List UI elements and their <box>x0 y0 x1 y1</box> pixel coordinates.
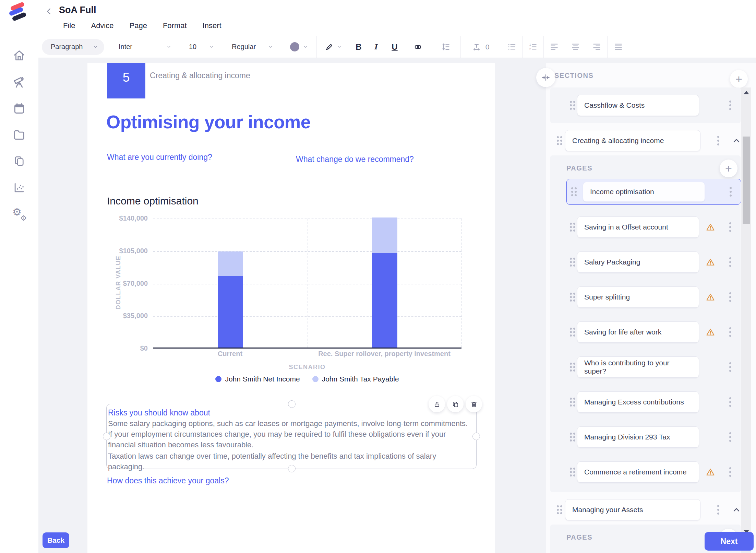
section-row-expanded[interactable]: Creating & allocating income <box>550 128 741 153</box>
page-row[interactable]: Salary Packaging <box>550 251 741 273</box>
add-page-button[interactable]: + <box>720 160 737 177</box>
kebab-menu-icon[interactable] <box>726 255 734 270</box>
drag-handle[interactable] <box>557 505 562 514</box>
drag-handle[interactable] <box>570 258 575 267</box>
kebab-menu-icon[interactable] <box>726 395 734 410</box>
drag-handle[interactable] <box>570 433 575 442</box>
title-input[interactable]: Commence a retirement income <box>577 461 699 483</box>
menu-item-format[interactable]: Format <box>163 21 187 30</box>
kebab-menu-icon[interactable] <box>726 290 734 305</box>
font-family-select[interactable]: Inter <box>109 36 179 58</box>
kebab-menu-icon[interactable] <box>727 184 735 199</box>
menu-item-page[interactable]: Page <box>130 21 147 30</box>
kebab-menu-icon[interactable] <box>726 98 734 113</box>
kebab-menu-icon[interactable] <box>726 360 734 375</box>
bold-button[interactable]: B <box>350 36 368 58</box>
kebab-menu-icon[interactable] <box>726 464 734 480</box>
collapse-section-icon[interactable] <box>732 136 741 145</box>
kebab-menu-icon[interactable] <box>714 133 722 148</box>
page-row[interactable]: Super splitting <box>550 286 741 308</box>
drag-handle[interactable] <box>570 223 575 232</box>
title-input[interactable]: Managing Excess contributions <box>577 391 699 413</box>
align-center-button[interactable] <box>565 36 586 58</box>
link-what-change-recommend[interactable]: What change do we recommend? <box>296 155 414 164</box>
title-input[interactable]: Who is contributing to your super? <box>577 356 699 378</box>
numbered-list-button[interactable]: 12 <box>523 36 544 58</box>
title-input[interactable]: Managing your Assets <box>565 499 700 520</box>
lock-button[interactable] <box>429 396 445 412</box>
link-achieve-goals[interactable]: How does this achieve your goals? <box>107 476 229 485</box>
title-input[interactable]: Managing Division 293 Tax <box>577 426 699 448</box>
font-size-select[interactable]: 10 <box>179 36 222 58</box>
page-row[interactable]: Commence a retirement income <box>550 461 741 483</box>
title-input[interactable]: Casshflow & Costs <box>577 95 699 116</box>
page-row[interactable]: Managing Division 293 Tax <box>550 426 741 448</box>
italic-button[interactable]: I <box>368 36 385 58</box>
link-what-currently-doing[interactable]: What are you currently doing? <box>107 153 212 162</box>
rail-item-folder[interactable] <box>12 127 27 142</box>
section-row-expanded[interactable]: Managing your Assets <box>550 497 741 522</box>
menu-item-advice[interactable]: Advice <box>91 21 113 30</box>
page-row-selected[interactable]: Income optimisation <box>566 179 741 205</box>
kebab-menu-icon[interactable] <box>714 502 722 517</box>
drag-handle[interactable] <box>570 101 575 110</box>
highlight-select[interactable] <box>317 36 350 58</box>
next-button[interactable]: Next <box>705 532 754 551</box>
panel-scrollbar[interactable] <box>741 87 751 553</box>
drag-handle[interactable] <box>570 468 575 476</box>
align-right-button[interactable] <box>586 36 608 58</box>
title-input[interactable]: Saving for life after work <box>577 321 699 343</box>
page-row[interactable]: Managing Excess contributions <box>550 391 741 413</box>
justify-button[interactable] <box>608 36 629 58</box>
kebab-menu-icon[interactable] <box>726 220 734 235</box>
scrollbar-thumb[interactable] <box>743 137 750 224</box>
drag-handle[interactable] <box>570 398 575 407</box>
risks-text-block[interactable]: Risks you should know about Some salary … <box>106 404 477 469</box>
title-input[interactable]: Salary Packaging <box>577 251 699 273</box>
paragraph-style-select[interactable]: Paragraph <box>38 36 109 58</box>
resize-handle-top[interactable] <box>288 400 296 408</box>
menu-item-insert[interactable]: Insert <box>203 21 221 30</box>
page-row[interactable]: Saving for life after work <box>550 321 741 343</box>
line-spacing-button[interactable] <box>431 36 461 58</box>
rail-item-documents[interactable] <box>12 154 27 169</box>
collapse-section-icon[interactable] <box>732 505 741 515</box>
title-input[interactable]: Creating & allocating income <box>565 130 700 151</box>
resize-handle-bottom[interactable] <box>288 465 296 472</box>
kebab-menu-icon[interactable] <box>726 430 734 445</box>
section-row[interactable]: Casshflow & Costs <box>550 95 741 116</box>
underline-button[interactable]: U <box>385 36 405 58</box>
drag-handle[interactable] <box>570 328 575 337</box>
bullet-list-button[interactable] <box>501 36 523 58</box>
title-input[interactable]: Super splitting <box>577 286 699 308</box>
resize-handle-left[interactable] <box>103 433 110 440</box>
rail-item-telescope[interactable] <box>12 74 27 90</box>
title-input[interactable]: Income optimisation <box>583 182 705 202</box>
font-weight-select[interactable]: Regular <box>222 36 281 58</box>
letter-spacing-control[interactable]: 0 <box>461 36 501 58</box>
rail-item-settings[interactable]: ⚙⚙ <box>12 207 27 222</box>
rail-item-scatter-chart[interactable] <box>12 180 27 195</box>
kebab-menu-icon[interactable] <box>726 325 734 340</box>
page-row[interactable]: Who is contributing to your super? <box>550 356 741 378</box>
link-button[interactable] <box>405 36 431 58</box>
rail-item-home[interactable] <box>12 48 27 63</box>
page-row[interactable]: Saving in a Offset account <box>550 216 741 238</box>
title-input[interactable]: Saving in a Offset account <box>577 216 699 238</box>
scroll-up-arrow-icon[interactable] <box>744 91 749 94</box>
link-risks-heading[interactable]: Risks you should know about <box>108 408 470 417</box>
menu-item-file[interactable]: File <box>63 21 75 30</box>
drag-handle[interactable] <box>571 187 577 196</box>
back-chevron-icon[interactable] <box>43 5 55 17</box>
delete-button[interactable] <box>466 396 482 412</box>
rail-item-calendar[interactable] <box>12 101 27 116</box>
text-color-select[interactable] <box>281 36 317 58</box>
align-left-button[interactable] <box>544 36 565 58</box>
add-section-button[interactable]: + <box>730 70 748 88</box>
drag-handle[interactable] <box>570 363 575 372</box>
resize-handle-right[interactable] <box>472 433 480 440</box>
drag-handle[interactable] <box>557 136 562 145</box>
duplicate-button[interactable] <box>447 396 464 412</box>
drag-handle[interactable] <box>570 293 575 302</box>
collapse-panel-button[interactable] <box>536 68 555 87</box>
